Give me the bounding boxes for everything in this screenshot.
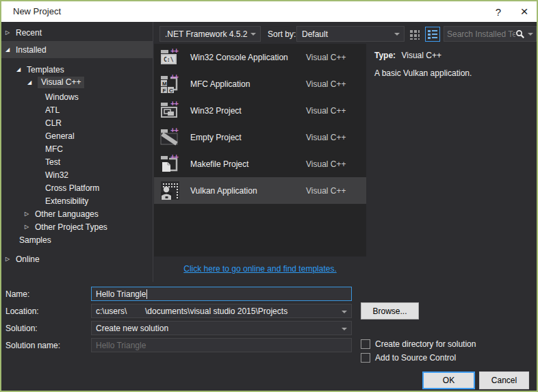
template-row-empty-project[interactable]: ++ Empty Project Visual C++ — [154, 124, 366, 151]
sidebar-item-cross-platform[interactable]: Cross Platform — [1, 181, 153, 194]
sort-dropdown[interactable]: Default — [296, 26, 405, 42]
expander-icon[interactable] — [25, 224, 35, 230]
sidebar-item-label: Cross Platform — [45, 183, 99, 193]
sidebar-divider — [153, 22, 153, 282]
solution-name-label: Solution name: — [5, 341, 60, 350]
sidebar-item-atl[interactable]: ATL — [1, 103, 153, 116]
template-platform: Visual C++ — [306, 79, 346, 89]
chevron-down-icon — [394, 33, 400, 36]
search-icon[interactable] — [515, 29, 525, 39]
sidebar-item-clr[interactable]: CLR — [1, 116, 153, 129]
template-row-win32-console[interactable]: C:\ ++ Win32 Console Application Visual … — [154, 44, 366, 70]
solution-name-input[interactable]: Hello Triangle — [91, 338, 352, 352]
template-platform: Visual C++ — [306, 186, 346, 196]
sidebar-item-general[interactable]: General — [1, 129, 153, 142]
chevron-down-icon — [251, 33, 256, 36]
sidebar-item-label: Installed — [16, 45, 47, 55]
location-label: Location: — [5, 306, 39, 316]
sidebar-item-other-project-types[interactable]: Other Project Types — [1, 220, 153, 233]
template-description: A basic Vulkan application. — [374, 68, 532, 78]
list-view-button[interactable] — [425, 27, 440, 42]
sidebar-item-visual-cpp[interactable]: Visual C++ — [1, 76, 153, 89]
source-control-checkbox-row: Add to Source Control — [361, 353, 456, 363]
solution-name-value: Hello Triangle — [96, 341, 146, 350]
sidebar-item-extensibility[interactable]: Extensibility — [1, 194, 153, 207]
sort-dropdown-value: Default — [302, 29, 328, 39]
online-link-row: Click here to go online and find templat… — [154, 264, 366, 274]
expander-icon[interactable] — [16, 66, 27, 73]
search-placeholder: Search Installed Te — [447, 29, 515, 39]
sidebar-item-installed[interactable]: Installed — [1, 41, 153, 58]
help-button[interactable]: ? — [486, 1, 511, 22]
sidebar-item-online[interactable]: Online — [1, 252, 153, 265]
type-label: Type: — [374, 51, 396, 60]
template-row-win32-project[interactable]: ++ Win32 Project Visual C++ — [154, 97, 366, 124]
icon-view-button[interactable] — [407, 27, 422, 42]
empty-project-icon: ++ — [159, 127, 181, 148]
sidebar-item-windows[interactable]: Windows — [1, 90, 153, 103]
template-list: C:\ ++ Win32 Console Application Visual … — [154, 44, 366, 257]
create-directory-checkbox[interactable] — [361, 339, 370, 349]
svg-text:++: ++ — [170, 47, 178, 55]
sidebar-item-samples[interactable]: Samples — [1, 233, 153, 246]
sidebar-item-label: Visual C++ — [38, 77, 84, 88]
ok-button[interactable]: OK — [422, 371, 475, 389]
svg-text:++: ++ — [170, 127, 178, 134]
template-name: Win32 Console Application — [190, 53, 288, 62]
win32-project-icon: ++ — [159, 100, 181, 122]
create-directory-label: Create directory for solution — [375, 339, 476, 349]
cancel-button[interactable]: Cancel — [479, 371, 529, 389]
source-control-checkbox[interactable] — [361, 353, 370, 363]
template-row-vulkan-application[interactable]: Vulkan Application Visual C++ — [154, 177, 366, 204]
sidebar-item-label: Templates — [27, 65, 64, 75]
location-combobox[interactable]: c:\users\ \documents\visual studio 2015\… — [91, 304, 352, 318]
chevron-down-icon — [342, 328, 347, 330]
find-templates-online-link[interactable]: Click here to go online and find templat… — [183, 264, 336, 274]
sidebar-item-win32[interactable]: Win32 — [1, 168, 153, 181]
expander-icon[interactable] — [25, 211, 35, 217]
template-platform: Visual C++ — [306, 106, 346, 116]
sidebar-item-label: Other Project Types — [35, 222, 107, 232]
template-name: Makefile Project — [190, 159, 248, 169]
mfc-application-icon: M F C ++ — [159, 73, 181, 95]
new-project-dialog: New Project ? × .NET Framework 4.5.2 Sor… — [0, 0, 538, 392]
sidebar-item-recent[interactable]: Recent — [1, 26, 153, 39]
sidebar-item-label: Windows — [45, 92, 79, 102]
solution-value: Create new solution — [96, 324, 168, 333]
sidebar-item-templates[interactable]: Templates — [1, 63, 153, 76]
framework-dropdown-value: .NET Framework 4.5.2 — [165, 29, 247, 39]
framework-dropdown[interactable]: .NET Framework 4.5.2 — [159, 26, 261, 42]
grid-view-icon — [409, 29, 420, 40]
name-input[interactable]: Hello Triangle — [91, 287, 352, 301]
sort-by-label: Sort by: — [268, 29, 296, 39]
solution-label: Solution: — [5, 324, 38, 333]
sidebar-item-label: Other Languages — [35, 209, 99, 219]
template-info-panel: Type: Visual C++ A basic Vulkan applicat… — [374, 51, 532, 78]
svg-text:++: ++ — [170, 153, 178, 161]
svg-text:++: ++ — [170, 100, 178, 107]
search-input[interactable]: Search Installed Te — [444, 26, 537, 42]
sidebar-item-other-languages[interactable]: Other Languages — [1, 207, 153, 220]
sidebar-item-label: Online — [16, 254, 40, 264]
search-scope-dropdown-icon[interactable] — [528, 33, 533, 36]
solution-combobox[interactable]: Create new solution — [91, 321, 352, 335]
expander-icon[interactable] — [5, 47, 16, 53]
template-platform: Visual C++ — [306, 159, 346, 169]
type-value: Visual C++ — [401, 51, 441, 60]
sidebar-item-test[interactable]: Test — [1, 155, 153, 168]
list-view-icon — [427, 29, 438, 40]
template-row-makefile-project[interactable]: ++ Makefile Project Visual C++ — [154, 151, 366, 177]
svg-text:C:\: C:\ — [164, 57, 174, 63]
sidebar-item-label: Test — [45, 157, 60, 167]
expander-icon[interactable] — [5, 29, 16, 36]
template-row-mfc-application[interactable]: M F C ++ MFC Application Visual C++ — [154, 70, 366, 97]
browse-button[interactable]: Browse... — [361, 302, 419, 319]
close-button[interactable]: × — [512, 1, 537, 22]
expander-icon[interactable] — [5, 256, 16, 262]
title-bar: New Project ? × — [1, 1, 537, 22]
sidebar-item-mfc[interactable]: MFC — [1, 142, 153, 155]
svg-text:++: ++ — [170, 73, 178, 81]
sidebar-item-label: MFC — [45, 144, 63, 154]
sidebar-item-label: Extensibility — [45, 196, 88, 206]
expander-icon[interactable] — [27, 79, 38, 86]
